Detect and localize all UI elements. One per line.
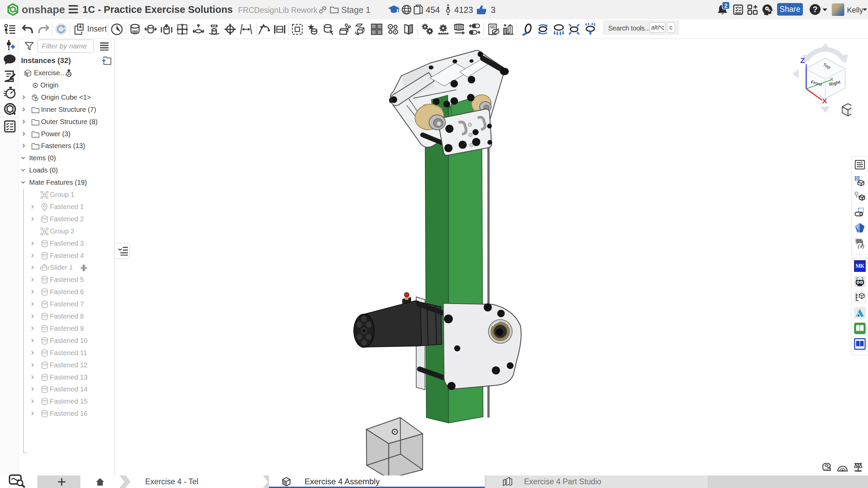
svg-text:Z: Z <box>800 56 805 65</box>
svg-text:X: X <box>822 97 827 105</box>
svg-text:(x): (x) <box>858 243 864 249</box>
svg-text:?: ? <box>813 5 817 14</box>
